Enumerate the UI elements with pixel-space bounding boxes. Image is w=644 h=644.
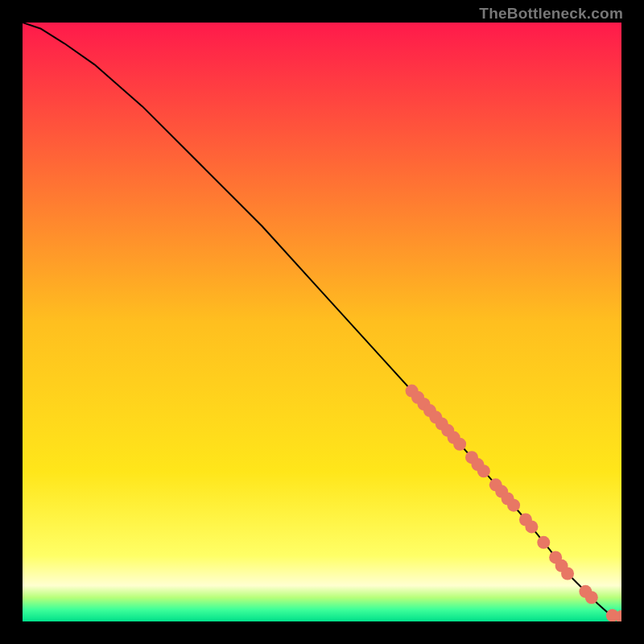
watermark-text: TheBottleneck.com [479, 5, 623, 23]
marker-dot [477, 464, 490, 477]
marker-dot [525, 520, 538, 533]
marker-dot [453, 438, 466, 451]
chart-stage: TheBottleneck.com [0, 0, 644, 644]
marker-dot [537, 536, 550, 549]
marker-dot [561, 567, 574, 580]
marker-dot [585, 591, 598, 604]
marker-dot [507, 499, 520, 512]
chart-svg [23, 23, 621, 621]
